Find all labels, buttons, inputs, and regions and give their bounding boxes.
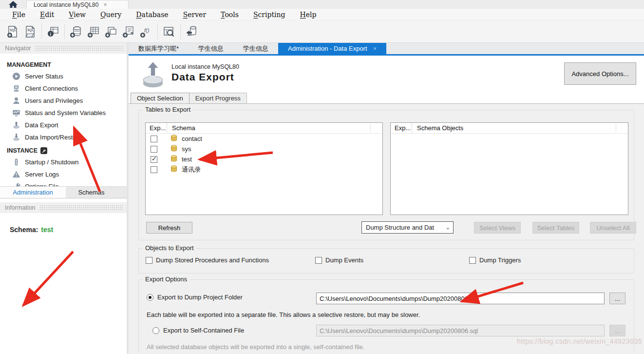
export-checkbox[interactable]	[151, 136, 157, 142]
sidebar-item-client-connections[interactable]: Client Connections	[0, 82, 127, 95]
schema-db-icon	[170, 155, 178, 164]
schema-objects-list[interactable]: Exp... Schema Objects	[390, 122, 628, 215]
menu-scripting[interactable]: Scripting	[246, 11, 293, 19]
doc-tab-close-icon[interactable]: ×	[373, 45, 377, 52]
select-tables-button[interactable]: Select Tables	[532, 222, 579, 234]
search-table-data-icon[interactable]	[160, 23, 178, 40]
doc-tab-3[interactable]: 学生信息	[233, 43, 278, 54]
inquiry-status-icon[interactable]: i	[44, 23, 62, 40]
refresh-button[interactable]: Refresh	[146, 222, 192, 234]
export-to-file-option[interactable]: Export to Self-Contained File	[152, 327, 244, 334]
doc-tab-data-export[interactable]: Administration - Data Export ×	[278, 43, 386, 54]
sidebar-bottom-tabs: Administration Schemas	[0, 186, 127, 198]
doc-tab-label: 学生信息	[198, 44, 224, 53]
sidebar-item-data-export[interactable]: Data Export	[0, 119, 127, 131]
svg-text:i: i	[50, 31, 51, 36]
dump-file-path-input[interactable]	[316, 325, 605, 336]
sidebar-item-options-file[interactable]: Options File	[0, 180, 127, 186]
dump-stored-procedures-option[interactable]: Dump Stored Procedures and Functions	[146, 256, 269, 264]
main-toolbar: SQL SQL i f()	[0, 20, 644, 43]
tab-schemas[interactable]: Schemas	[66, 187, 117, 198]
reconnect-dbms-icon[interactable]	[183, 23, 201, 40]
doc-tab-1[interactable]: 数据库学习呢*	[129, 43, 189, 54]
new-sql-tab-icon[interactable]: SQL	[4, 23, 21, 40]
sidebar-item-server-status[interactable]: Server Status	[0, 70, 127, 82]
create-view-icon[interactable]	[102, 23, 120, 40]
schema-db-icon	[170, 144, 178, 154]
schema-info-label: Schema:	[10, 226, 38, 234]
export-checkbox[interactable]	[151, 166, 157, 173]
schema-row-test[interactable]: test	[146, 154, 382, 164]
dump-events-option[interactable]: Dump Events	[315, 256, 363, 264]
objects-to-export-group: Objects to Export Dump Stored Procedures…	[138, 248, 634, 274]
create-schema-icon[interactable]	[67, 23, 85, 40]
connection-tab-close-icon[interactable]: ×	[103, 1, 107, 8]
connection-tab[interactable]: Local instance MySQL80 ×	[26, 0, 129, 9]
sidebar-item-data-import[interactable]: Data Import/Restore	[0, 131, 127, 143]
checkbox[interactable]	[469, 257, 476, 264]
doc-tab-label: Administration - Data Export	[288, 45, 367, 52]
export-to-folder-option[interactable]: Export to Dump Project Folder	[147, 294, 243, 301]
schema-info-value: test	[41, 226, 53, 234]
menu-edit[interactable]: Edit	[33, 11, 61, 19]
schema-list[interactable]: Exp... Schema contact sys	[145, 122, 383, 215]
open-sql-script-icon[interactable]: SQL	[21, 23, 39, 40]
navigator-sidebar: Navigator MANAGEMENT Server Status Clien…	[0, 43, 127, 354]
checkbox[interactable]	[315, 257, 322, 264]
schema-name: test	[182, 156, 192, 163]
create-function-icon[interactable]: f()	[137, 23, 155, 40]
sidebar-item-startup-shutdown[interactable]: Startup / Shutdown	[0, 156, 127, 168]
sidebar-item-status-system-variables[interactable]: Status and System Variables	[0, 107, 127, 119]
home-icon	[9, 1, 18, 8]
folder-export-note: Each table will be exported into a separ…	[147, 311, 420, 318]
sidebar-item-users-privileges[interactable]: Users and Privileges	[0, 95, 127, 107]
section-instance-label: INSTANCE	[7, 147, 38, 154]
menu-view[interactable]: View	[61, 11, 93, 19]
dump-folder-path-input[interactable]	[316, 293, 605, 304]
schema-row-contacts-cn[interactable]: 通讯录	[146, 164, 382, 175]
toolbar-separator	[157, 24, 158, 39]
advanced-options-button[interactable]: Advanced Options...	[564, 62, 636, 85]
export-checkbox[interactable]	[151, 146, 157, 153]
tab-export-progress[interactable]: Export Progress	[189, 93, 247, 103]
home-button[interactable]	[0, 0, 26, 9]
sidebar-item-label: Status and System Variables	[25, 109, 106, 117]
tab-administration[interactable]: Administration	[0, 187, 66, 198]
menu-file[interactable]: File	[5, 11, 33, 19]
dump-type-dropdown[interactable]: Dump Structure and Dat ⌄	[361, 221, 454, 234]
radio-button[interactable]	[147, 294, 153, 301]
schema-name: sys	[182, 145, 191, 153]
radio-button[interactable]	[152, 327, 159, 334]
export-checkbox[interactable]	[151, 156, 157, 163]
wrench-icon	[12, 182, 20, 186]
browse-folder-button[interactable]: ...	[609, 293, 625, 304]
schema-row-sys[interactable]: sys	[146, 144, 382, 154]
menu-bar: File Edit View Query Database Server Too…	[0, 9, 644, 20]
checkbox[interactable]	[146, 257, 152, 264]
doc-tab-2[interactable]: 学生信息	[189, 43, 233, 54]
navigator-header-pattern	[35, 45, 124, 51]
schema-row-contact[interactable]: contact	[146, 134, 382, 144]
dump-triggers-option[interactable]: Dump Triggers	[469, 256, 521, 264]
tab-object-selection[interactable]: Object Selection	[131, 93, 189, 103]
menu-query[interactable]: Query	[93, 11, 129, 19]
unselect-all-button[interactable]: Unselect All	[590, 222, 636, 234]
create-table-icon[interactable]	[85, 23, 102, 40]
server-status-icon	[12, 72, 20, 81]
create-stored-procedure-icon[interactable]	[120, 23, 137, 40]
data-import-icon	[12, 133, 20, 142]
tab-administration-label: Administration	[13, 189, 53, 196]
menu-server[interactable]: Server	[176, 11, 213, 19]
sidebar-item-label: Startup / Shutdown	[25, 158, 79, 166]
sidebar-gap	[0, 198, 127, 202]
select-views-button[interactable]: Select Views	[474, 222, 521, 234]
menu-database[interactable]: Database	[129, 11, 175, 19]
schema-name: 通讯录	[182, 165, 201, 174]
navigator-header: Navigator	[0, 43, 127, 54]
svg-text:SQL: SQL	[27, 28, 34, 32]
sidebar-item-server-logs[interactable]: Server Logs	[0, 168, 127, 180]
navigator-title: Navigator	[5, 45, 31, 52]
menu-help[interactable]: Help	[293, 11, 324, 19]
menu-tools[interactable]: Tools	[213, 11, 246, 19]
browse-file-button[interactable]: ...	[609, 325, 625, 336]
